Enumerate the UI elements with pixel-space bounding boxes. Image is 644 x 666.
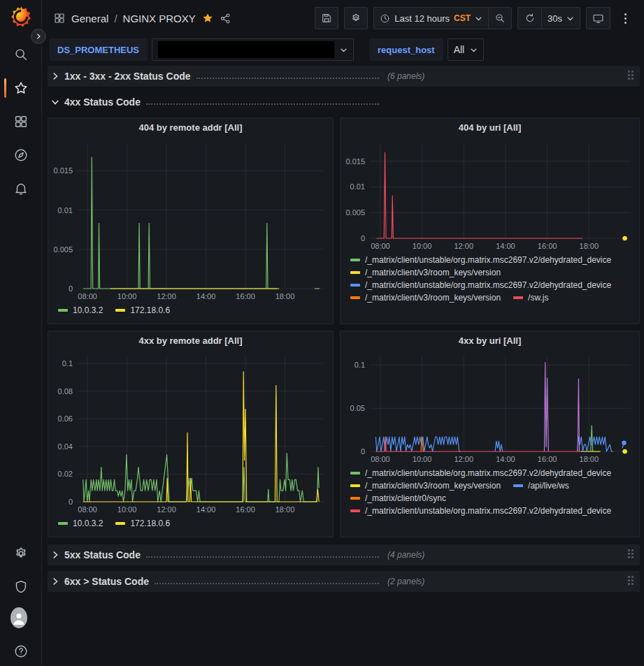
chevron-down-icon: [470, 46, 478, 54]
legend-label: 10.0.3.2: [73, 305, 103, 315]
chart-canvas-404-remote-addr[interactable]: 00.0050.010.01508:0010:0012:0014:0016:00…: [48, 136, 333, 303]
datasource-variable-select[interactable]: [152, 38, 354, 61]
sidebar-item-explore[interactable]: [13, 147, 29, 164]
panel-404-by-remote-addr: 404 by remote addr [All] 00.0050.010.015…: [48, 117, 334, 324]
legend-label: /_matrix/client/unstable/org.matrix.msc2…: [365, 280, 611, 290]
chevron-down-icon: [475, 15, 482, 22]
chart-canvas-4xx-remote-addr[interactable]: 00.020.040.060.080.108:0010:0012:0014:00…: [48, 349, 333, 516]
svg-text:0.01: 0.01: [58, 206, 73, 215]
legend-item[interactable]: /sw.js: [513, 293, 548, 303]
sidebar-item-search[interactable]: [13, 46, 29, 63]
kebab-menu-icon: [624, 13, 627, 24]
legend-item[interactable]: /_matrix/client/unstable/org.matrix.msc2…: [350, 255, 611, 265]
apps-grid-icon: [53, 12, 66, 24]
row-header-1xx-3xx-2xx[interactable]: 1xx - 3xx - 2xx Status Code (6 panels): [48, 66, 640, 87]
sidebar: [0, 0, 42, 666]
panel-title[interactable]: 4xx by uri [All]: [341, 331, 639, 349]
save-dashboard-button[interactable]: [315, 7, 338, 29]
legend-item[interactable]: /api/live/ws: [513, 481, 569, 491]
dashboard-settings-button[interactable]: [344, 7, 368, 29]
panel-title[interactable]: 404 by uri [All]: [341, 118, 639, 136]
legend-label: 10.0.3.2: [73, 519, 103, 528]
panel-4xx-by-remote-addr: 4xx by remote addr [All] 00.020.040.060.…: [48, 331, 334, 537]
time-controls: Last 12 hours CST: [373, 7, 512, 29]
panel-legend: 10.0.3.2172.18.0.6: [48, 303, 333, 318]
chevron-right-icon: [35, 33, 42, 40]
row-header-6xx[interactable]: 6xx > Status Code (2 panels): [48, 571, 640, 592]
sidebar-item-alerting[interactable]: [13, 180, 29, 197]
sidebar-item-configuration[interactable]: [13, 545, 29, 562]
svg-text:18:00: 18:00: [580, 455, 599, 463]
admin-shield-icon: [13, 579, 29, 595]
toolbar: Last 12 hours CST 30s: [315, 7, 634, 29]
panel-legend: /_matrix/client/unstable/org.matrix.msc2…: [341, 252, 639, 305]
legend-item[interactable]: 10.0.3.2: [58, 519, 103, 528]
zoom-out-time-button[interactable]: [488, 7, 512, 29]
panel-title[interactable]: 4xx by remote addr [All]: [48, 331, 333, 349]
legend-item[interactable]: /_matrix/client/v3/room_keys/version: [350, 481, 501, 491]
legend-item[interactable]: 172.18.0.6: [115, 305, 170, 315]
svg-text:12:00: 12:00: [455, 455, 474, 463]
chart-canvas-404-uri[interactable]: 00.0050.010.01508:0010:0012:0014:0016:00…: [341, 136, 639, 252]
refresh-button[interactable]: [517, 7, 541, 29]
svg-text:10:00: 10:00: [117, 505, 137, 514]
row-drag-handle[interactable]: [628, 71, 636, 82]
alerting-bell-icon: [13, 181, 29, 196]
row-header-5xx[interactable]: 5xx Status Code (4 panels): [48, 544, 640, 565]
request-host-variable-select[interactable]: All: [448, 38, 485, 61]
gear-icon: [350, 13, 362, 24]
svg-text:08:00: 08:00: [371, 455, 390, 463]
svg-text:0: 0: [361, 234, 365, 242]
favorite-star-icon[interactable]: [201, 12, 214, 24]
row-title: 6xx > Status Code: [64, 576, 149, 587]
user-avatar-icon: [10, 607, 27, 628]
row-title: 4xx Status Code: [64, 96, 141, 108]
svg-text:16:00: 16:00: [538, 455, 557, 463]
legend-swatch: [350, 296, 360, 299]
breadcrumb-section[interactable]: General: [71, 13, 108, 24]
svg-text:18:00: 18:00: [580, 242, 599, 250]
row-drag-handle[interactable]: [628, 549, 636, 560]
sidebar-item-profile[interactable]: [10, 609, 27, 626]
share-icon[interactable]: [220, 13, 231, 24]
svg-text:18:00: 18:00: [276, 292, 295, 301]
legend-item[interactable]: /_matrix/client/unstable/org.matrix.msc2…: [350, 280, 611, 290]
panel-legend: 10.0.3.2172.18.0.6: [48, 516, 333, 531]
sidebar-item-dashboards[interactable]: [13, 113, 29, 130]
svg-text:14:00: 14:00: [196, 292, 216, 301]
refresh-controls: 30s: [517, 7, 580, 29]
legend-item[interactable]: 10.0.3.2: [58, 305, 103, 315]
legend-label: 172.18.0.6: [130, 305, 170, 315]
legend-item[interactable]: /_matrix/client/unstable/org.matrix.msc2…: [350, 506, 611, 516]
sidebar-item-help[interactable]: [13, 643, 29, 660]
sidebar-expand-button[interactable]: [31, 29, 46, 44]
row-panel-count: (4 panels): [387, 550, 424, 560]
panel-title[interactable]: 404 by remote addr [All]: [48, 118, 333, 136]
row-dots-leader: [196, 78, 379, 79]
cycle-view-mode-button[interactable]: [586, 7, 610, 29]
legend-item[interactable]: 172.18.0.6: [115, 519, 170, 528]
svg-text:0: 0: [69, 284, 73, 293]
legend-item[interactable]: /_matrix/client/v3/room_keys/version: [350, 268, 501, 277]
refresh-interval-label: 30s: [548, 13, 562, 24]
row-header-4xx[interactable]: 4xx Status Code: [48, 92, 640, 112]
sidebar-item-server-admin[interactable]: [13, 579, 29, 595]
row-drag-handle[interactable]: [628, 576, 636, 587]
legend-item[interactable]: /_matrix/client/unstable/org.matrix.msc2…: [350, 468, 611, 478]
svg-text:14:00: 14:00: [196, 505, 216, 514]
request-host-variable-label: request_host: [369, 38, 443, 61]
zoom-out-icon: [494, 13, 506, 24]
sidebar-item-starred[interactable]: [13, 80, 29, 96]
chart-canvas-4xx-uri[interactable]: 00.050.108:0010:0012:0014:0016:0018:00: [341, 349, 639, 465]
kebab-menu-button[interactable]: [616, 7, 634, 29]
grafana-logo[interactable]: [8, 4, 34, 29]
legend-item[interactable]: /_matrix/client/r0/sync: [350, 493, 446, 503]
svg-text:0.04: 0.04: [58, 442, 73, 451]
legend-item[interactable]: /_matrix/client/v3/room_keys/version: [350, 293, 501, 303]
refresh-interval-picker[interactable]: 30s: [541, 7, 580, 29]
legend-label: /api/live/ws: [528, 481, 569, 491]
legend-label: /_matrix/client/unstable/org.matrix.msc2…: [365, 255, 611, 265]
legend-swatch: [350, 259, 360, 261]
settings-gear-icon: [13, 546, 29, 561]
time-range-picker[interactable]: Last 12 hours CST: [373, 7, 488, 29]
